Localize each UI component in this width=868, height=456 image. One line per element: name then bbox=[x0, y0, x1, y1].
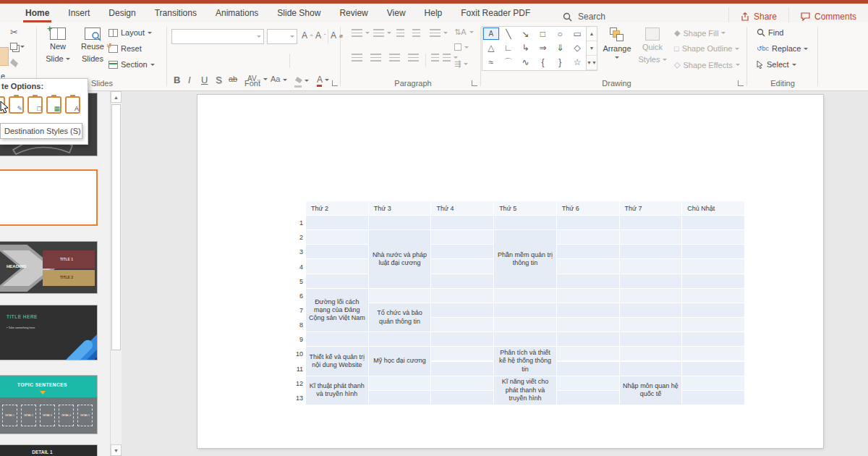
find-button[interactable]: Find bbox=[757, 28, 783, 37]
schedule-cell[interactable] bbox=[682, 347, 744, 360]
course-cell[interactable]: Kĩ thuật phát thanh và truyền hình bbox=[306, 376, 368, 405]
schedule-cell[interactable] bbox=[682, 332, 744, 346]
align-center-button[interactable] bbox=[370, 54, 381, 62]
paste-option-picture[interactable]: ▦ bbox=[46, 96, 61, 114]
schedule-cell[interactable] bbox=[431, 245, 493, 258]
schedule-cell[interactable] bbox=[557, 216, 619, 229]
day-header-cell[interactable]: Thứ 6 bbox=[557, 201, 619, 215]
course-cell[interactable]: Kĩ năng viết cho phát thanh và truyền hì… bbox=[494, 376, 556, 405]
bullets-button[interactable] bbox=[352, 29, 370, 37]
course-cell[interactable]: Phân tích và thiết kế hệ thống thông tin bbox=[494, 347, 556, 375]
schedule-cell[interactable] bbox=[682, 391, 744, 405]
tab-view[interactable]: View bbox=[378, 4, 415, 22]
schedule-cell[interactable] bbox=[494, 318, 556, 332]
schedule-cell[interactable] bbox=[682, 230, 744, 244]
font-size-combo[interactable] bbox=[267, 29, 297, 44]
elbow-arrow-connector-shape-icon[interactable]: ↳ bbox=[517, 41, 535, 54]
arrow-shape-icon[interactable]: ↘ bbox=[517, 27, 535, 41]
tab-home[interactable]: Home bbox=[16, 4, 59, 22]
schedule-cell[interactable] bbox=[620, 230, 682, 244]
reset-button[interactable]: ↺ Reset bbox=[109, 44, 142, 53]
schedule-cell[interactable] bbox=[682, 216, 744, 229]
shapes-gallery[interactable]: A╲↘□○▭△∟↳⇒⇓◇≈⌒∿{}☆ bbox=[482, 26, 587, 71]
slide-thumbnail-4[interactable]: TITLE HERE • Take something here bbox=[0, 305, 98, 360]
course-cell[interactable]: Nhập môn quan hệ quốc tế bbox=[620, 376, 682, 405]
schedule-cell[interactable] bbox=[431, 259, 493, 273]
schedule-cell[interactable] bbox=[431, 303, 493, 317]
shrink-font-button[interactable]: Aˇ bbox=[315, 30, 326, 41]
pentagon-shape-icon[interactable]: ◇ bbox=[569, 41, 586, 54]
schedule-cell[interactable] bbox=[682, 376, 744, 390]
schedule-cell[interactable] bbox=[369, 391, 431, 405]
schedule-cell[interactable] bbox=[557, 259, 619, 273]
shapes-gallery-scroll[interactable]: ▲ ▼ ▼▼ bbox=[587, 26, 597, 71]
schedule-cell[interactable] bbox=[682, 318, 744, 332]
arrange-button[interactable]: Arrange bbox=[600, 25, 634, 78]
day-header-cell[interactable]: Chủ Nhật bbox=[682, 201, 744, 215]
arc-shape-icon[interactable]: ∿ bbox=[517, 54, 535, 70]
tab-slide-show[interactable]: Slide Show bbox=[268, 4, 330, 22]
shapes-scroll-down-icon[interactable]: ▼ bbox=[587, 41, 597, 56]
shape-outline-button[interactable]: □Shape Outline bbox=[674, 44, 739, 53]
tab-transitions[interactable]: Transitions bbox=[145, 4, 206, 22]
schedule-cell[interactable] bbox=[557, 362, 619, 376]
decrease-indent-button[interactable] bbox=[396, 29, 404, 37]
rounded-rectangle-shape-icon[interactable]: ▭ bbox=[569, 27, 586, 41]
schedule-cell[interactable] bbox=[369, 216, 431, 229]
schedule-cell[interactable] bbox=[431, 289, 493, 303]
numbering-button[interactable] bbox=[373, 29, 391, 37]
schedule-cell[interactable] bbox=[557, 332, 619, 346]
schedule-cell[interactable] bbox=[682, 362, 744, 376]
schedule-cell[interactable] bbox=[682, 289, 744, 303]
schedule-cell[interactable] bbox=[620, 347, 682, 360]
schedule-cell[interactable] bbox=[306, 259, 368, 273]
align-left-button[interactable] bbox=[352, 54, 362, 62]
schedule-cell[interactable] bbox=[557, 230, 619, 244]
line-shape-icon[interactable]: ╲ bbox=[500, 27, 517, 41]
left-brace-shape-icon[interactable]: { bbox=[535, 54, 552, 70]
align-right-button[interactable] bbox=[389, 54, 400, 62]
schedule-cell[interactable] bbox=[494, 216, 556, 229]
down-arrow-shape-icon[interactable]: ⇓ bbox=[551, 41, 569, 54]
schedule-cell[interactable] bbox=[682, 245, 744, 258]
cut-button[interactable]: ✂ bbox=[10, 27, 18, 38]
increase-indent-button[interactable] bbox=[412, 29, 420, 37]
shapes-more-icon[interactable]: ▼▼ bbox=[587, 56, 597, 70]
font-dialog-launcher[interactable] bbox=[332, 80, 338, 86]
day-header-cell[interactable]: Thứ 5 bbox=[494, 201, 556, 215]
schedule-cell[interactable] bbox=[306, 245, 368, 258]
schedule-cell[interactable] bbox=[369, 332, 431, 346]
text-box-shape-icon[interactable]: A bbox=[482, 27, 500, 41]
schedule-cell[interactable] bbox=[620, 332, 682, 346]
select-button[interactable]: Select bbox=[757, 60, 796, 69]
schedule-cell[interactable] bbox=[620, 289, 682, 303]
star-shape-icon[interactable]: ☆ bbox=[569, 54, 586, 70]
shape-effects-button[interactable]: ◇Shape Effects bbox=[674, 60, 740, 69]
format-painter-button[interactable] bbox=[10, 59, 18, 67]
tab-review[interactable]: Review bbox=[330, 4, 377, 22]
day-header-cell[interactable]: Thứ 2 bbox=[306, 201, 368, 215]
schedule-cell[interactable] bbox=[494, 289, 556, 303]
schedule-cell[interactable] bbox=[557, 376, 619, 390]
tab-help[interactable]: Help bbox=[415, 4, 452, 22]
tab-foxit-reader-pdf[interactable]: Foxit Reader PDF bbox=[451, 4, 540, 22]
schedule-cell[interactable] bbox=[557, 318, 619, 332]
font-name-combo[interactable] bbox=[171, 29, 264, 44]
paste-option-keep-source-formatting[interactable]: ✎ bbox=[9, 96, 24, 114]
text-direction-button[interactable]: ⇅A bbox=[454, 28, 474, 37]
schedule-cell[interactable] bbox=[682, 274, 744, 288]
slide-thumbnail-6[interactable]: DETAIL 1 bbox=[0, 444, 98, 456]
paragraph-dialog-launcher[interactable] bbox=[472, 80, 477, 86]
schedule-cell[interactable] bbox=[557, 303, 619, 317]
slide-thumbnail-5[interactable]: TOPIC SENTENCES DETAIL 1DETAIL 2DETAIL 3… bbox=[0, 375, 98, 434]
scrollbar-down-icon[interactable]: ▼ bbox=[111, 444, 122, 456]
new-slide-button[interactable]: + New Slide bbox=[41, 25, 75, 78]
schedule-cell[interactable] bbox=[557, 245, 619, 258]
elbow-connector-shape-icon[interactable]: ∟ bbox=[500, 41, 517, 54]
schedule-cell[interactable] bbox=[431, 318, 493, 332]
grow-font-button[interactable]: A^ bbox=[302, 30, 312, 41]
schedule-cell[interactable] bbox=[369, 376, 431, 390]
schedule-cell[interactable] bbox=[431, 274, 493, 288]
drawing-dialog-launcher[interactable] bbox=[738, 80, 744, 86]
paste-option-keep-text-only[interactable]: A bbox=[65, 96, 80, 114]
